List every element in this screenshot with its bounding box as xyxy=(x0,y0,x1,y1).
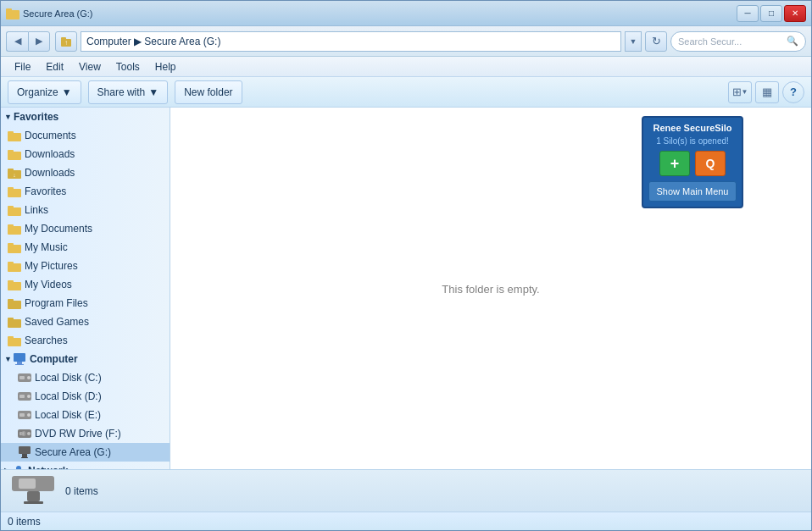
folder-icon xyxy=(8,241,21,254)
sidebar-item-label: Downloads xyxy=(25,167,75,179)
sidebar-item-label: Searches xyxy=(25,335,68,346)
folder-icon xyxy=(8,278,21,291)
svg-rect-22 xyxy=(8,282,21,290)
sidebar-item-label: Local Disk (E:) xyxy=(35,409,101,421)
sidebar-item-label: Downloads xyxy=(25,148,75,160)
share-with-button[interactable]: Share with ▼ xyxy=(88,80,169,104)
svg-rect-8 xyxy=(8,150,14,152)
toolbar-right: ⊞ ▼ ▦ ? xyxy=(728,81,804,103)
network-chevron: ▶ xyxy=(4,467,10,469)
refresh-button[interactable]: ↻ xyxy=(645,31,667,52)
sidebar-item-label: My Pictures xyxy=(25,260,78,272)
view-icon: ⊞ xyxy=(732,86,742,98)
computer-chevron: ▼ xyxy=(4,355,12,363)
sidebar-item-local-d[interactable]: Local Disk (D:) xyxy=(1,387,170,406)
svg-rect-18 xyxy=(8,245,21,253)
sidebar-item-favorites[interactable]: Favorites xyxy=(1,182,170,201)
folder-icon xyxy=(8,259,21,273)
share-dropdown-icon: ▼ xyxy=(148,86,159,98)
drive-icon xyxy=(18,371,31,384)
svg-rect-17 xyxy=(8,224,14,227)
favorites-label: Favorites xyxy=(14,111,58,123)
sidebar-item-downloads2[interactable]: ↓ Downloads xyxy=(1,163,170,182)
search-placeholder: Search Secur... xyxy=(678,36,742,47)
sidebar-item-downloads1[interactable]: Downloads xyxy=(1,145,170,163)
securesilo-status: 1 Silo(s) is opened! xyxy=(648,136,737,146)
sidebar-item-local-e[interactable]: Local Disk (E:) xyxy=(1,406,170,424)
svg-rect-10 xyxy=(8,169,14,171)
securesilo-add-button[interactable]: + xyxy=(659,151,690,176)
drive-icon xyxy=(18,408,31,422)
sidebar-item-documents[interactable]: Documents xyxy=(1,126,170,145)
maximize-button[interactable]: □ xyxy=(760,5,782,22)
close-button[interactable]: ✕ xyxy=(784,5,806,22)
sidebar-item-program-files[interactable]: Program Files xyxy=(1,294,170,313)
menu-view[interactable]: View xyxy=(72,59,108,75)
menu-edit[interactable]: Edit xyxy=(39,59,70,75)
toolbar: Organize ▼ Share with ▼ New folder ⊞ ▼ ▦… xyxy=(1,77,811,108)
help-button[interactable]: ? xyxy=(782,81,804,103)
pane-button[interactable]: ▦ xyxy=(755,81,779,103)
favorites-chevron: ▼ xyxy=(4,113,12,121)
sidebar-section-computer[interactable]: ▼ Computer xyxy=(1,350,170,368)
back-button[interactable]: ◀ xyxy=(6,31,28,52)
organize-button[interactable]: Organize ▼ xyxy=(8,80,81,104)
svg-rect-1 xyxy=(6,8,12,12)
folder-icon xyxy=(8,315,21,329)
address-path[interactable]: Computer ▶ Secure Area (G:) xyxy=(81,31,621,52)
svg-rect-31 xyxy=(17,362,22,364)
svg-text:↑: ↑ xyxy=(64,39,68,47)
svg-point-41 xyxy=(27,413,31,417)
sidebar-section-favorites[interactable]: ▼ Favorites xyxy=(1,108,170,126)
securesilo-buttons: + Q xyxy=(648,151,737,176)
organize-dropdown-icon: ▼ xyxy=(62,86,72,98)
svg-rect-24 xyxy=(8,301,21,309)
svg-rect-12 xyxy=(8,189,21,197)
svg-rect-34 xyxy=(19,376,25,379)
sidebar-item-my-documents[interactable]: My Documents xyxy=(1,219,170,238)
address-dropdown-button[interactable]: ▼ xyxy=(625,31,642,52)
menu-tools[interactable]: Tools xyxy=(109,59,147,75)
sidebar-item-local-c[interactable]: Local Disk (C:) xyxy=(1,368,170,387)
sidebar-item-my-videos[interactable]: My Videos xyxy=(1,275,170,294)
footer-item-count: 0 items xyxy=(65,485,98,497)
sidebar-item-searches[interactable]: Searches xyxy=(1,331,170,350)
sidebar-item-my-music[interactable]: My Music xyxy=(1,238,170,257)
securesilo-search-button[interactable]: Q xyxy=(695,151,726,176)
new-folder-button[interactable]: New folder xyxy=(175,80,242,104)
menu-file[interactable]: File xyxy=(8,59,37,75)
usb-icon xyxy=(18,445,31,459)
sidebar-section-network[interactable]: ▶ Network xyxy=(1,462,170,469)
sidebar-item-secure-g[interactable]: Secure Area (G:) xyxy=(1,443,170,462)
svg-rect-32 xyxy=(15,364,24,365)
svg-rect-27 xyxy=(8,318,14,320)
computer-icon xyxy=(14,353,27,365)
sidebar-item-dvd-f[interactable]: DVD RW Drive (F:) xyxy=(1,424,170,443)
sidebar-item-label: My Videos xyxy=(25,279,72,290)
sidebar-item-label: Documents xyxy=(25,130,76,141)
up-button[interactable]: ↑ xyxy=(55,31,77,52)
forward-button[interactable]: ▶ xyxy=(28,31,50,52)
title-bar-controls: ─ □ ✕ xyxy=(737,5,806,22)
svg-point-35 xyxy=(27,376,31,379)
svg-rect-28 xyxy=(8,338,21,346)
menu-help[interactable]: Help xyxy=(148,59,183,75)
sidebar-item-my-pictures[interactable]: My Pictures xyxy=(1,257,170,275)
search-box[interactable]: Search Secur... 🔍 xyxy=(670,31,806,52)
sidebar-item-saved-games[interactable]: Saved Games xyxy=(1,313,170,331)
sidebar-item-label: My Music xyxy=(25,241,68,253)
sidebar-item-label: Local Disk (D:) xyxy=(35,390,102,402)
title-bar: Secure Area (G:) ─ □ ✕ xyxy=(1,1,811,26)
svg-rect-13 xyxy=(8,187,14,190)
view-toggle-button[interactable]: ⊞ ▼ xyxy=(728,81,752,103)
sidebar-item-label: Saved Games xyxy=(25,316,89,328)
title-bar-left: Secure Area (G:) xyxy=(6,7,93,20)
status-bar: 0 items xyxy=(1,512,811,530)
view-dropdown-icon: ▼ xyxy=(742,88,748,96)
dvd-icon xyxy=(18,427,31,440)
svg-rect-47 xyxy=(22,454,27,457)
sidebar-item-label: DVD RW Drive (F:) xyxy=(35,428,121,440)
sidebar-item-links[interactable]: Links xyxy=(1,201,170,219)
securesilo-menu-button[interactable]: Show Main Menu xyxy=(648,181,737,202)
minimize-button[interactable]: ─ xyxy=(737,5,759,22)
